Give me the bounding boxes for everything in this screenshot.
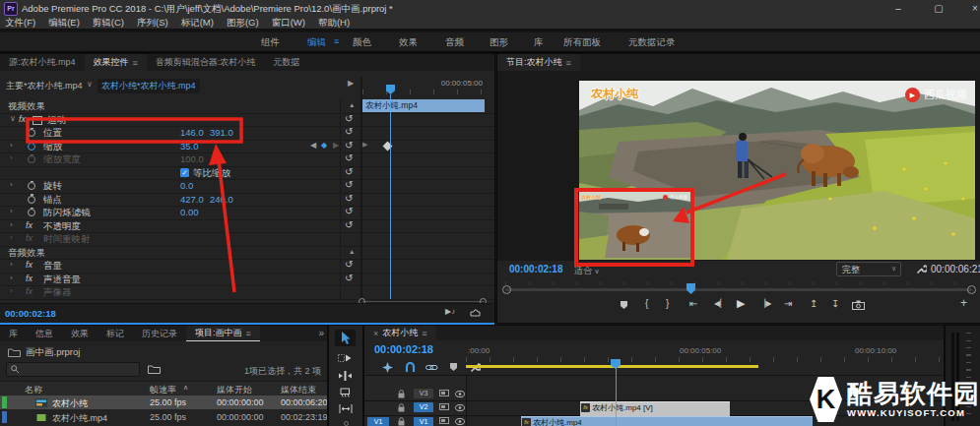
reset-icon[interactable]: ↺ xyxy=(345,273,353,283)
mini-timeline-clip-header[interactable]: 农村小纯.mp4 xyxy=(362,99,485,112)
effect-label[interactable]: 运动 xyxy=(47,114,66,127)
effects-playhead-timecode[interactable]: 00:00:02:18 xyxy=(5,308,56,319)
nest-sequence-icon[interactable] xyxy=(382,362,393,373)
reset-icon[interactable]: ↺ xyxy=(345,166,353,177)
label-color-green[interactable] xyxy=(2,396,7,408)
selection-tool[interactable] xyxy=(341,332,351,345)
menu-window[interactable]: 窗口(W) xyxy=(272,17,305,30)
workspace-libraries[interactable]: 库 xyxy=(534,36,544,49)
menu-file[interactable]: 文件(F) xyxy=(5,17,35,30)
close-tab-icon[interactable]: × xyxy=(373,329,378,338)
effect-label[interactable]: 不透明度 xyxy=(43,220,81,233)
rotation-value[interactable]: 0.0 xyxy=(180,180,193,191)
timeline-playhead-line[interactable] xyxy=(616,367,617,426)
workspace-audio[interactable]: 音频 xyxy=(445,36,464,49)
program-current-timecode[interactable]: 00:00:02:18 xyxy=(509,264,562,274)
expander-icon[interactable]: › xyxy=(10,153,13,162)
uniform-scale-row[interactable]: ✓ 等比缩放 ↺ xyxy=(0,166,494,181)
razor-tool[interactable] xyxy=(340,388,351,398)
reset-icon[interactable]: ↺ xyxy=(345,206,353,216)
close-button[interactable]: × xyxy=(968,3,980,14)
pip-inset[interactable]: 农村小纯 西瓜视频 xyxy=(579,192,690,258)
next-keyframe-icon[interactable]: ▶ xyxy=(333,141,339,150)
position-y-value[interactable]: 391.0 xyxy=(210,127,233,138)
reset-icon[interactable]: ↺ xyxy=(345,179,353,190)
quality-dropdown[interactable]: 完整 ∨ xyxy=(836,262,901,276)
tab-effects[interactable]: 效果 xyxy=(62,326,98,341)
reset-icon[interactable]: ↺ xyxy=(345,126,353,137)
tab-source-monitor[interactable]: 源:农村小纯.mp4 xyxy=(0,54,85,71)
item-name[interactable]: 农村小纯.mp4 xyxy=(52,412,107,425)
stopwatch-icon[interactable] xyxy=(28,182,35,190)
tab-libraries[interactable]: 库 xyxy=(0,326,27,341)
workspace-metalogging[interactable]: 元数据记录 xyxy=(628,36,676,49)
track-select-forward-tool[interactable] xyxy=(338,353,353,363)
lock-icon[interactable] xyxy=(398,403,405,412)
workspace-assembly[interactable]: 组件 xyxy=(261,36,280,49)
tab-info[interactable]: 信息 xyxy=(27,326,62,341)
mini-hscroll[interactable] xyxy=(362,301,485,302)
prev-keyframe-icon[interactable]: ◀ xyxy=(310,141,316,150)
track-badge-v2[interactable]: V2 xyxy=(414,402,433,412)
reset-icon[interactable]: ↺ xyxy=(345,193,353,204)
label-color-blue[interactable] xyxy=(2,411,7,423)
track-eye-icon[interactable] xyxy=(455,391,465,397)
track-eye-icon[interactable] xyxy=(455,418,465,425)
collapse-icon[interactable]: ▲ xyxy=(349,101,355,108)
lift-button[interactable]: ↥ xyxy=(810,298,817,309)
menu-sequence[interactable]: 序列(S) xyxy=(137,17,168,30)
timeline-playhead-timecode[interactable]: 00:00:02:18 xyxy=(374,343,433,355)
snap-magnet-icon[interactable] xyxy=(405,362,416,373)
menu-clip[interactable]: 剪辑(C) xyxy=(93,17,124,30)
menu-markers[interactable]: 标记(M) xyxy=(181,17,214,30)
param-scale-width-row[interactable]: › 缩放宽度 100.0 ↺ xyxy=(0,152,494,167)
expander-icon[interactable]: › xyxy=(10,274,13,282)
expander-icon[interactable]: › xyxy=(10,141,13,150)
param-scale-row[interactable]: › 缩放 35.0 ◀ ◆ ▶ ↺ xyxy=(0,140,494,154)
time-ruler[interactable]: :00:00 00:00:05:00 00:00:10:00 xyxy=(466,341,944,363)
tab-metadata[interactable]: 元数据 xyxy=(264,54,308,71)
mark-in-button[interactable]: { xyxy=(645,298,648,309)
expander-icon[interactable]: › xyxy=(10,180,13,189)
fit-dropdown[interactable]: 适合 ∨ xyxy=(574,265,600,277)
timeline-view-toggle-icon[interactable]: ▶ xyxy=(348,79,354,88)
mini-timeline-ruler[interactable] xyxy=(362,90,487,94)
source-patch-icon[interactable] xyxy=(439,390,449,397)
effect-panner-row[interactable]: › fx 声像器 xyxy=(0,285,494,300)
lock-icon[interactable] xyxy=(398,417,405,426)
position-x-value[interactable]: 146.0 xyxy=(180,127,204,138)
item-name[interactable]: 农村小纯 xyxy=(52,397,88,410)
tab-program-monitor[interactable]: 节目:农村小纯≡ xyxy=(497,54,580,71)
scrubber-right-handle[interactable] xyxy=(967,285,976,294)
ripple-edit-tool[interactable] xyxy=(339,371,352,381)
tab-history[interactable]: 历史记录 xyxy=(133,326,186,341)
add-marker-icon[interactable] xyxy=(449,362,458,372)
export-frame-button[interactable] xyxy=(852,300,865,310)
pen-tool-partial[interactable] xyxy=(344,421,349,426)
effect-label[interactable]: 声道音量 xyxy=(43,274,81,286)
tab-sequence[interactable]: × 农村小纯 ≡ xyxy=(364,326,436,340)
collapse-icon[interactable]: ▲ xyxy=(349,248,355,255)
new-search-bin-icon[interactable] xyxy=(148,364,161,374)
expander-icon[interactable]: › xyxy=(10,286,13,295)
workspace-color[interactable]: 颜色 xyxy=(353,36,371,49)
go-to-out-button[interactable]: ⇥ xyxy=(784,298,792,309)
effect-label[interactable]: 音量 xyxy=(43,260,62,273)
track-badge-v3[interactable]: V3 xyxy=(414,389,433,398)
scrubber-left-handle[interactable] xyxy=(502,285,511,294)
stopwatch-icon[interactable] xyxy=(28,209,35,216)
track-eye-icon[interactable] xyxy=(455,404,465,411)
button-editor-plus[interactable]: + xyxy=(960,296,967,310)
master-clip-label[interactable]: 主要*农村小纯.mp4 xyxy=(6,80,83,92)
stopwatch-icon[interactable] xyxy=(28,196,35,204)
settings-wrench-icon[interactable] xyxy=(915,263,927,274)
effect-time-remap-row[interactable]: › fx 时间重映射 xyxy=(0,232,494,247)
source-patch-icon[interactable] xyxy=(439,417,449,425)
clip-selector-chevron-icon[interactable]: ∨ xyxy=(87,80,93,89)
workspace-effects[interactable]: 效果 xyxy=(399,36,418,49)
panel-menu-icon[interactable]: ≡ xyxy=(566,58,571,68)
workspace-editing[interactable]: 编辑 xyxy=(307,36,326,49)
clip-v2-pip[interactable]: fx农村小纯.mp4 [V] xyxy=(580,401,730,416)
expander-icon[interactable]: › xyxy=(10,260,13,269)
uniform-scale-checkbox[interactable]: ✓ xyxy=(180,168,189,177)
